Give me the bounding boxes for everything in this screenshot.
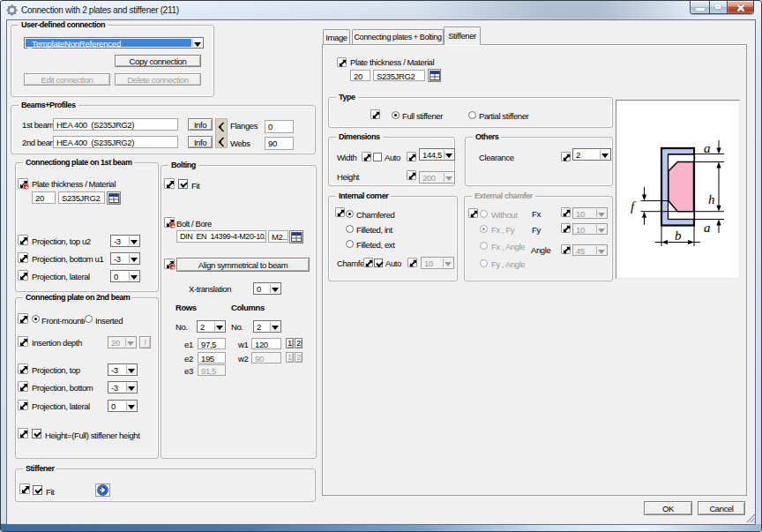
- svg-text:a: a: [704, 221, 710, 235]
- svg-text:a: a: [704, 141, 710, 155]
- svg-text:h: h: [708, 192, 714, 206]
- svg-text:b: b: [675, 229, 682, 243]
- svg-text:f: f: [631, 199, 636, 214]
